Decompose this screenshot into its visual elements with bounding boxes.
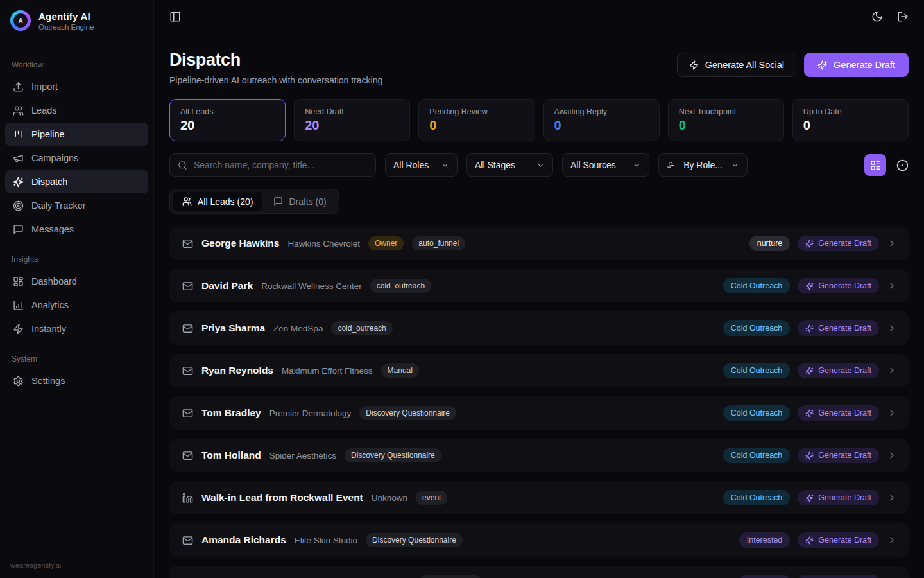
brand-tagline: Outreach Engine (38, 23, 94, 31)
tab-all-leads-20[interactable]: All Leads (20) (173, 192, 262, 211)
generate-draft-label: Generate Draft (834, 60, 895, 70)
analytics-icon (13, 300, 24, 311)
topbar-right (871, 11, 909, 22)
search-icon (178, 161, 187, 170)
lead-row[interactable]: Tom BradleyPremier DermatologyDiscovery … (169, 396, 909, 430)
sidebar-item-label: Daily Tracker (31, 200, 86, 211)
lead-row-right: Cold OutreachGenerate Draft (723, 405, 897, 421)
nav-section-label: System (12, 355, 142, 363)
dashboard-icon (13, 276, 24, 287)
row-generate-draft-button[interactable]: Generate Draft (798, 575, 879, 578)
row-generate-draft-button[interactable]: Generate Draft (798, 320, 879, 336)
lead-name: George Hawkins (201, 238, 279, 249)
upload-icon (13, 82, 24, 92)
tab-label: Drafts (0) (289, 197, 326, 207)
lead-row[interactable]: Ryan ReynoldsMaximum Effort FitnessManua… (169, 354, 909, 387)
lead-row[interactable]: Tom HollandSpider AestheticsDiscovery Qu… (169, 439, 909, 472)
brand-name: Agentify AI (38, 11, 94, 22)
status-badge: Cold Outreach (723, 448, 791, 463)
stat-card-awaiting-reply[interactable]: Awaiting Reply0 (543, 99, 660, 141)
lead-tag: Discovery Questionnaire (345, 448, 441, 462)
chevron-right-icon[interactable] (887, 408, 897, 418)
stat-card-next-touchpoint[interactable]: Next Touchpoint0 (668, 99, 784, 141)
chevron-right-icon[interactable] (887, 238, 897, 249)
kanban-icon (13, 129, 24, 140)
row-generate-draft-label: Generate Draft (818, 324, 871, 333)
row-generate-draft-button[interactable]: Generate Draft (798, 448, 879, 463)
lead-company: Zen MedSpa (273, 324, 323, 333)
lead-row[interactable]: George HawkinsHawkins ChevroletOwnerauto… (169, 227, 909, 260)
filter-right (864, 154, 909, 176)
stat-card-need-draft[interactable]: Need Draft20 (294, 99, 410, 141)
row-generate-draft-button[interactable]: Generate Draft (798, 405, 879, 421)
sparkles-icon (805, 451, 814, 460)
content: Dispatch Pipeline-driven AI outreach wit… (154, 33, 924, 578)
stat-card-pending-review[interactable]: Pending Review0 (418, 99, 535, 141)
row-generate-draft-button[interactable]: Generate Draft (798, 236, 879, 251)
dark-mode-toggle-icon[interactable] (871, 11, 883, 22)
dropdown-all-sources[interactable]: All Sources (562, 153, 649, 177)
tab-drafts-0[interactable]: Drafts (0) (264, 192, 336, 211)
sidebar-item-label: Settings (31, 376, 65, 386)
lead-list: George HawkinsHawkins ChevroletOwnerauto… (169, 227, 909, 578)
chevron-right-icon[interactable] (887, 450, 897, 460)
lead-row-right: Cold OutreachGenerate Draft (723, 363, 897, 378)
mail-icon (182, 238, 193, 249)
lead-row[interactable]: Denzel WashingtonWashington Wellness Gro… (169, 566, 909, 578)
sidebar-item-label: Analytics (31, 300, 69, 310)
stat-label: Pending Review (429, 107, 524, 116)
logout-icon[interactable] (897, 11, 909, 22)
sidebar-item-daily-tracker[interactable]: Daily Tracker (5, 194, 148, 217)
row-generate-draft-button[interactable]: Generate Draft (798, 490, 879, 505)
generate-all-social-button[interactable]: Generate All Social (677, 53, 796, 77)
generate-draft-button[interactable]: Generate Draft (804, 53, 909, 77)
status-badge: Cold Outreach (723, 405, 791, 421)
sidebar-item-label: Dashboard (31, 276, 77, 286)
lead-row[interactable]: Amanda RichardsElite Skin StudioDiscover… (169, 523, 909, 557)
sidebar-item-pipeline[interactable]: Pipeline (5, 123, 148, 146)
chevron-right-icon[interactable] (887, 535, 897, 545)
lead-name: Priya Sharma (201, 322, 265, 334)
row-generate-draft-button[interactable]: Generate Draft (798, 363, 879, 378)
stat-value: 0 (803, 118, 898, 133)
mail-icon (182, 365, 193, 376)
sidebar-item-analytics[interactable]: Analytics (5, 293, 148, 317)
topbar (154, 0, 924, 33)
lead-name: David Park (201, 280, 253, 292)
lead-row[interactable]: Walk-in Lead from Rockwall EventUnknowne… (169, 481, 909, 514)
lead-tag: Discovery Questionnaire (359, 406, 456, 420)
stat-card-up-to-date[interactable]: Up to Date0 (792, 99, 909, 141)
lead-row[interactable]: Priya SharmaZen MedSpacold_outreachCold … (169, 311, 909, 345)
status-badge: Interested (739, 575, 791, 578)
sidebar-toggle-icon[interactable] (169, 11, 181, 22)
dropdown-all-roles[interactable]: All Roles (385, 153, 458, 177)
chevron-right-icon[interactable] (887, 323, 897, 333)
search-input[interactable] (194, 160, 368, 170)
chevron-right-icon[interactable] (887, 365, 897, 376)
sidebar-item-messages[interactable]: Messages (5, 218, 148, 241)
lead-tag: cold_outreach (370, 279, 431, 293)
sparkles-icon (805, 282, 814, 290)
sidebar-item-import[interactable]: Import (5, 75, 148, 98)
chevron-down-icon (441, 161, 449, 170)
sidebar: A Agentify AI Outreach Engine WorkflowIm… (0, 0, 154, 578)
lead-row[interactable]: David ParkRockwall Wellness Centercold_o… (169, 269, 909, 302)
sidebar-item-settings[interactable]: Settings (5, 369, 148, 392)
sidebar-item-dispatch[interactable]: Dispatch (5, 170, 148, 193)
layout-list-button[interactable] (864, 154, 886, 176)
dropdown-by-role[interactable]: By Role... (658, 153, 748, 177)
chevron-right-icon[interactable] (887, 493, 897, 503)
stat-card-all-leads[interactable]: All Leads20 (169, 99, 286, 141)
circle-dot-button[interactable] (896, 159, 909, 171)
sidebar-item-instantly[interactable]: Instantly (5, 317, 148, 340)
sidebar-item-campaigns[interactable]: Campaigns (5, 146, 148, 170)
chevron-right-icon[interactable] (887, 281, 897, 291)
lead-tag: cold_outreach (331, 321, 392, 335)
search-box (169, 153, 376, 177)
row-generate-draft-button[interactable]: Generate Draft (798, 278, 879, 293)
row-generate-draft-button[interactable]: Generate Draft (798, 532, 879, 548)
dropdown-all-stages[interactable]: All Stages (466, 153, 553, 177)
sidebar-item-dashboard[interactable]: Dashboard (5, 270, 148, 293)
sidebar-item-leads[interactable]: Leads (5, 99, 148, 122)
nav-section-label: Workflow (12, 60, 142, 69)
